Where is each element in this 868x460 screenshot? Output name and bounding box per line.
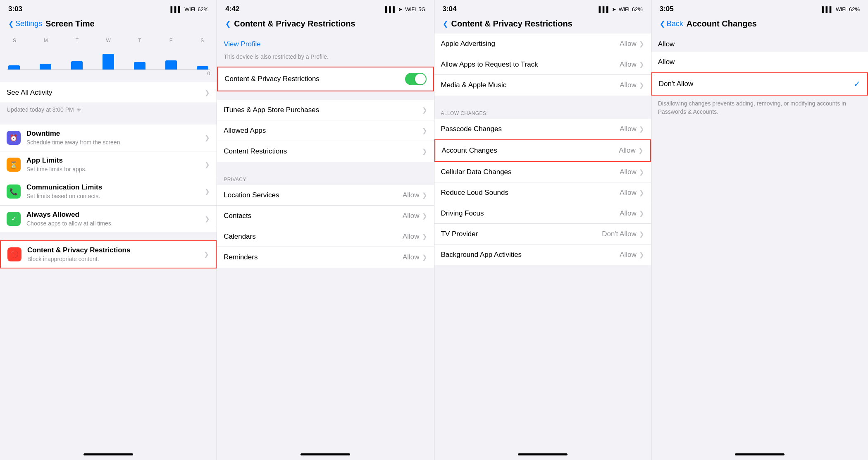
cellular-changes-title: Cellular Data Changes <box>441 168 620 176</box>
panel-privacy-detail: 3:04 ▌▌▌ ➤ WiFi 62% ❮ Content & Privacy … <box>434 0 651 460</box>
content-privacy-title: Content & Privacy Restrictions <box>27 246 200 254</box>
wifi-icon-3: WiFi <box>619 6 630 12</box>
toggle-row[interactable]: Content & Privacy Restrictions <box>218 67 433 91</box>
status-icons-4: ▌▌▌ WiFi 62% <box>822 6 860 12</box>
tv-provider-title: TV Provider <box>441 230 602 238</box>
status-time-1: 3:03 <box>8 5 22 13</box>
driving-focus-row[interactable]: Driving Focus Allow ❯ <box>434 203 651 224</box>
status-bar-1: 3:03 ▌▌▌ WiFi 62% <box>0 0 217 16</box>
battery-icon-4: 62% <box>849 6 860 12</box>
tv-provider-row[interactable]: TV Provider Don't Allow ❯ <box>434 224 651 244</box>
apple-advertising-chevron: ❯ <box>639 40 644 48</box>
tv-provider-value: Don't Allow <box>602 230 637 238</box>
back-button-2[interactable]: ❮ <box>225 20 231 28</box>
home-indicator-3 <box>434 450 651 460</box>
home-indicator-4 <box>651 450 868 460</box>
comm-limits-row[interactable]: 📞 Communication Limits Set limits based … <box>0 178 217 205</box>
signal-icon-3: ▌▌▌ ➤ <box>599 6 616 12</box>
view-profile-link[interactable]: View Profile <box>217 34 434 52</box>
updated-text: Updated today at 3:00 PM ✳ <box>0 103 217 116</box>
tv-provider-chevron: ❯ <box>639 230 644 238</box>
downtime-row[interactable]: ⏰ Downtime Schedule time away from the s… <box>0 125 217 151</box>
toggle-label: Content & Privacy Restrictions <box>224 74 405 84</box>
updated-label: Updated today at 3:00 PM <box>7 106 74 113</box>
nav-bar-4: ❮ Back Account Changes <box>651 16 868 34</box>
account-changes-row[interactable]: Account Changes Allow ❯ <box>435 140 650 161</box>
reminders-title: Reminders <box>224 253 403 261</box>
allow-changes-label: ALLOW CHANGES: <box>434 104 651 119</box>
back-chevron-4: ❮ <box>660 20 665 28</box>
back-button-4[interactable]: ❮ Back <box>660 19 683 28</box>
location-services-row[interactable]: Location Services Allow ❯ <box>217 185 434 206</box>
back-chevron-3: ❮ <box>443 20 448 28</box>
contacts-row[interactable]: Contacts Allow ❯ <box>217 206 434 226</box>
allowed-apps-chevron: ❯ <box>422 127 427 134</box>
background-apps-row[interactable]: Background App Activities Allow ❯ <box>434 244 651 265</box>
see-all-activity-label: See All Activity <box>7 89 205 97</box>
itunes-purchases-title: iTunes & App Store Purchases <box>224 106 422 114</box>
contacts-value: Allow <box>403 212 420 220</box>
items-group-1: ⏰ Downtime Schedule time away from the s… <box>0 125 217 232</box>
allow-track-row[interactable]: Allow Apps to Request to Track Allow ❯ <box>434 54 651 75</box>
media-music-row[interactable]: Media & Apple Music Allow ❯ <box>434 75 651 96</box>
content-privacy-row[interactable]: 🚫 Content & Privacy Restrictions Block i… <box>1 241 216 268</box>
app-limits-subtitle: Set time limits for apps. <box>26 165 201 173</box>
content-restrictions-row[interactable]: Content Restrictions ❯ <box>217 141 434 162</box>
status-time-2: 4:42 <box>225 5 239 13</box>
privacy-group: Location Services Allow ❯ Contacts Allow… <box>217 185 434 268</box>
status-icons-2: ▌▌▌ ➤ WiFi 5G <box>385 6 426 12</box>
always-allowed-row[interactable]: ✓ Always Allowed Choose apps to allow at… <box>0 206 217 232</box>
content-restrictions-chevron: ❯ <box>422 148 427 155</box>
dont-allow-option-label: Don't Allow <box>659 80 854 88</box>
media-music-chevron: ❯ <box>639 81 644 89</box>
loud-sounds-value: Allow <box>620 189 637 197</box>
back-label-1: Settings <box>15 19 42 28</box>
loud-sounds-row[interactable]: Reduce Loud Sounds Allow ❯ <box>434 182 651 203</box>
apple-advertising-row[interactable]: Apple Advertising Allow ❯ <box>434 34 651 54</box>
content-privacy-highlight-box: 🚫 Content & Privacy Restrictions Block i… <box>0 240 217 268</box>
calendars-title: Calendars <box>224 232 403 241</box>
nav-bar-2: ❮ Content & Privacy Restrictions <box>217 16 434 34</box>
chart-area: S M T W T F S 0 <box>0 34 217 81</box>
passcode-changes-row[interactable]: Passcode Changes Allow ❯ <box>434 119 651 139</box>
calendars-row[interactable]: Calendars Allow ❯ <box>217 226 434 247</box>
wifi-icon-1: WiFi <box>184 6 195 12</box>
reminders-row[interactable]: Reminders Allow ❯ <box>217 247 434 268</box>
cellular-changes-row[interactable]: Cellular Data Changes Allow ❯ <box>434 162 651 182</box>
section-gap-p3-1 <box>434 96 651 104</box>
background-apps-chevron: ❯ <box>639 251 644 259</box>
chart-day-t2: T <box>134 38 146 43</box>
see-all-activity-row[interactable]: See All Activity ❯ <box>0 82 217 103</box>
menu-group-2: iTunes & App Store Purchases ❯ Allowed A… <box>217 100 434 162</box>
comm-icon-char: 📞 <box>10 188 18 196</box>
back-button-1[interactable]: ❮ Settings <box>8 19 42 28</box>
dont-allow-option-row[interactable]: Don't Allow ✓ <box>652 73 867 95</box>
bar-s2 <box>197 66 208 69</box>
toggle-switch[interactable] <box>405 73 427 85</box>
app-limits-row[interactable]: ⏳ App Limits Set time limits for apps. ❯ <box>0 151 217 178</box>
allow-option-label: Allow <box>658 58 861 66</box>
toggle-label-text: Content & Privacy Restrictions <box>224 75 320 83</box>
driving-focus-title: Driving Focus <box>441 209 620 218</box>
content-restrictions-title: Content Restrictions <box>224 147 422 156</box>
options-group: Allow Don't Allow ✓ <box>651 52 868 96</box>
signal-icon-1: ▌▌▌ <box>171 6 182 12</box>
itunes-chevron: ❯ <box>422 106 427 114</box>
back-button-3[interactable]: ❮ <box>443 20 448 28</box>
background-apps-title: Background App Activities <box>441 251 620 259</box>
toggle-knob <box>415 74 426 84</box>
chart-day-m: M <box>40 38 52 43</box>
home-bar-3 <box>518 453 568 455</box>
allow-option-row[interactable]: Allow <box>651 52 868 72</box>
comm-limits-text: Communication Limits Set limits based on… <box>26 183 201 200</box>
always-icon-char: ✓ <box>11 215 17 223</box>
allow-track-title: Allow Apps to Request to Track <box>441 60 620 69</box>
section-gap-2 <box>0 232 217 240</box>
allowed-apps-row[interactable]: Allowed Apps ❯ <box>217 120 434 141</box>
itunes-purchases-row[interactable]: iTunes & App Store Purchases ❯ <box>217 100 434 120</box>
home-indicator-1 <box>0 450 217 460</box>
app-limits-icon: ⏳ <box>7 158 21 172</box>
bar-t1 <box>71 61 83 69</box>
location-chevron: ❯ <box>422 192 427 199</box>
description-text: Disallowing changes prevents adding, rem… <box>651 96 868 120</box>
